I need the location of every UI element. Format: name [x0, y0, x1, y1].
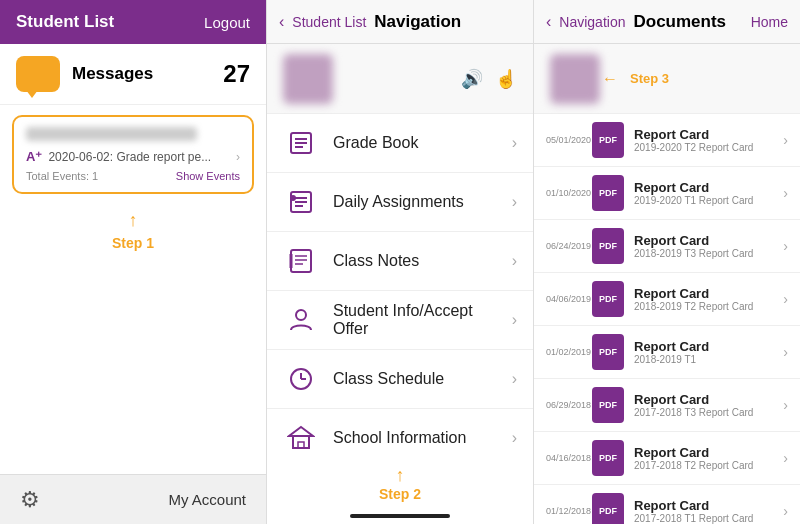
nav-label-class-schedule: Class Schedule — [333, 370, 498, 388]
nav-item-class-schedule[interactable]: Class Schedule › — [267, 350, 533, 409]
report-list-item[interactable]: 01/10/2020 PDF Report Card 2019-2020 T1 … — [534, 167, 800, 220]
report-list-item[interactable]: 05/01/2020 PDF Report Card 2019-2020 T2 … — [534, 114, 800, 167]
svg-rect-9 — [291, 250, 311, 272]
hand-icon[interactable]: ☝ — [495, 68, 517, 90]
nav-item-class-notes[interactable]: Class Notes › — [267, 232, 533, 291]
report-info: Report Card 2018-2019 T2 Report Card — [634, 286, 773, 312]
nav-chevron-class-schedule: › — [512, 370, 517, 388]
panel3-profile-area: ← Step 3 — [534, 44, 800, 114]
logout-button[interactable]: Logout — [204, 14, 250, 31]
speaker-icon[interactable]: 🔊 — [461, 68, 483, 90]
report-chevron-icon: › — [783, 185, 788, 201]
report-subtitle: 2019-2020 T2 Report Card — [634, 142, 773, 153]
report-subtitle: 2017-2018 T3 Report Card — [634, 407, 773, 418]
report-info: Report Card 2019-2020 T1 Report Card — [634, 180, 773, 206]
gear-icon[interactable]: ⚙ — [20, 487, 40, 513]
profile-image — [283, 54, 333, 104]
student-info-icon — [283, 302, 319, 338]
report-title: Report Card — [634, 233, 773, 248]
panel3-back-button[interactable]: Navigation — [559, 14, 625, 30]
report-title: Report Card — [634, 286, 773, 301]
report-chevron-icon: › — [783, 503, 788, 519]
messages-bubble-icon — [16, 56, 60, 92]
report-date: 01/02/2019 — [546, 347, 582, 358]
messages-label: Messages — [72, 64, 211, 84]
card-event-row: A⁺ 2020-06-02: Grade report pe... › — [26, 149, 240, 164]
back-chevron-icon: ‹ — [279, 13, 284, 31]
panel-documents: ‹ Navigation Documents Home ← Step 3 05/… — [534, 0, 800, 524]
report-chevron-icon: › — [783, 238, 788, 254]
nav-item-grade-book[interactable]: Grade Book › — [267, 114, 533, 173]
report-title: Report Card — [634, 392, 773, 407]
report-list-item[interactable]: 04/16/2018 PDF Report Card 2017-2018 T2 … — [534, 432, 800, 485]
show-events-link[interactable]: Show Events — [176, 170, 240, 182]
panel3-profile-image — [550, 54, 600, 104]
pdf-icon: PDF — [592, 228, 624, 264]
pdf-icon: PDF — [592, 440, 624, 476]
panel2-profile-area: 🔊 ☝ — [267, 44, 533, 114]
step3-label: Step 3 — [630, 71, 669, 86]
class-schedule-icon — [283, 361, 319, 397]
grade-icon: A⁺ — [26, 149, 42, 164]
report-date: 01/12/2018 — [546, 506, 582, 517]
nav-label-grade-book: Grade Book — [333, 134, 498, 152]
panel1-header: Student List Logout — [0, 0, 266, 44]
messages-row: Messages 27 — [0, 44, 266, 105]
nav-chevron-student-info: › — [512, 311, 517, 329]
report-title: Report Card — [634, 180, 773, 195]
report-title: Report Card — [634, 127, 773, 142]
pdf-icon: PDF — [592, 175, 624, 211]
panel-navigation: ‹ Student List Navigation 🔊 ☝ Grade Book… — [267, 0, 534, 524]
card-chevron-icon: › — [236, 150, 240, 164]
nav-list: Grade Book › Daily Assignments › Class N… — [267, 114, 533, 461]
nav-label-school-information: School Information — [333, 429, 498, 447]
report-list-item[interactable]: 01/02/2019 PDF Report Card 2018-2019 T1 … — [534, 326, 800, 379]
report-info: Report Card 2018-2019 T3 Report Card — [634, 233, 773, 259]
report-chevron-icon: › — [783, 397, 788, 413]
panel-student-list: Student List Logout Messages 27 A⁺ 2020-… — [0, 0, 267, 524]
pdf-icon: PDF — [592, 334, 624, 370]
report-chevron-icon: › — [783, 132, 788, 148]
report-list-item[interactable]: 06/24/2019 PDF Report Card 2018-2019 T3 … — [534, 220, 800, 273]
step2-area: ↑ Step 2 — [267, 461, 533, 510]
nav-item-school-information[interactable]: School Information › — [267, 409, 533, 461]
panel2-header: ‹ Student List Navigation — [267, 0, 533, 44]
messages-count: 27 — [223, 60, 250, 88]
report-list-item[interactable]: 06/29/2018 PDF Report Card 2017-2018 T3 … — [534, 379, 800, 432]
card-footer: Total Events: 1 Show Events — [26, 170, 240, 182]
panel1-footer: ⚙ My Account — [0, 474, 266, 524]
nav-item-student-info[interactable]: Student Info/Accept Offer › — [267, 291, 533, 350]
home-button[interactable]: Home — [751, 14, 788, 30]
nav-chevron-school-information: › — [512, 429, 517, 447]
report-date: 05/01/2020 — [546, 135, 582, 146]
report-title: Report Card — [634, 339, 773, 354]
panel3-header: ‹ Navigation Documents Home — [534, 0, 800, 44]
nav-label-class-notes: Class Notes — [333, 252, 498, 270]
grade-book-icon — [283, 125, 319, 161]
step2-arrow-icon: ↑ — [267, 465, 533, 486]
navigation-title: Navigation — [374, 12, 461, 32]
report-info: Report Card 2019-2020 T2 Report Card — [634, 127, 773, 153]
report-subtitle: 2018-2019 T3 Report Card — [634, 248, 773, 259]
back-button[interactable]: Student List — [292, 14, 366, 30]
student-list-title: Student List — [16, 12, 114, 32]
nav-item-daily-assignments[interactable]: Daily Assignments › — [267, 173, 533, 232]
bottom-bar — [350, 514, 450, 518]
report-info: Report Card 2018-2019 T1 — [634, 339, 773, 365]
nav-chevron-daily-assignments: › — [512, 193, 517, 211]
report-date: 04/06/2019 — [546, 294, 582, 305]
step2-label: Step 2 — [267, 486, 533, 502]
report-info: Report Card 2017-2018 T3 Report Card — [634, 392, 773, 418]
nav-label-student-info: Student Info/Accept Offer — [333, 302, 498, 338]
report-card-list: 05/01/2020 PDF Report Card 2019-2020 T2 … — [534, 114, 800, 524]
class-notes-icon — [283, 243, 319, 279]
step1-arrow-icon: ↑ — [0, 210, 266, 231]
report-list-item[interactable]: 01/12/2018 PDF Report Card 2017-2018 T1 … — [534, 485, 800, 524]
report-title: Report Card — [634, 498, 773, 513]
my-account-label[interactable]: My Account — [168, 491, 246, 508]
report-list-item[interactable]: 04/06/2019 PDF Report Card 2018-2019 T2 … — [534, 273, 800, 326]
nav-label-daily-assignments: Daily Assignments — [333, 193, 498, 211]
pdf-icon: PDF — [592, 387, 624, 423]
report-chevron-icon: › — [783, 344, 788, 360]
event-card[interactable]: A⁺ 2020-06-02: Grade report pe... › Tota… — [12, 115, 254, 194]
